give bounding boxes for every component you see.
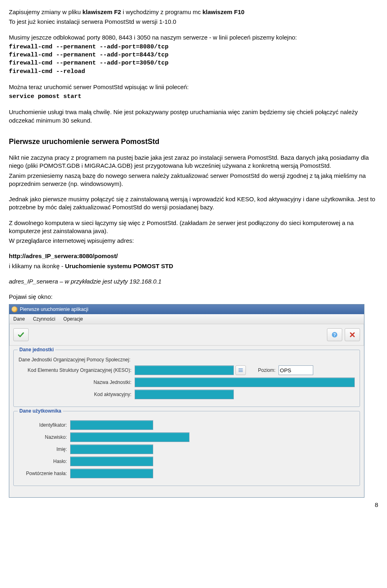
group-dane-uzytkownika: Dane użytkownika Identyfikator: Nazwisko… [13, 411, 360, 486]
text: Nikt nie zaczyna pracy z programem na pu… [9, 154, 378, 170]
text-bold: klawiszem F2 [83, 8, 121, 15]
list-icon [238, 367, 243, 373]
label-powtorzenie: Powtórzenie hasła: [19, 470, 67, 477]
row-keso: Kod Elementu Struktury Organizacyjnej (K… [19, 365, 355, 375]
powtorzenie-input[interactable] [70, 469, 153, 478]
keso-input[interactable] [135, 365, 234, 375]
paragraph-service-start: Można teraz uruchomić serwer PomostStd w… [9, 83, 378, 101]
group-legend: Dane użytkownika [18, 408, 63, 414]
titlebar: Pierwsze uruchomienie aplikacji [9, 304, 364, 314]
group-description: Dane Jednostki Organizacyjnej Pomocy Spo… [19, 357, 355, 363]
group-dane-jednostki: Dane jednostki Dane Jednostki Organizacy… [13, 350, 360, 407]
text: Zanim przeniesiemy naszą bazę do nowego … [9, 172, 378, 188]
row-nazwisko: Nazwisko: [19, 432, 355, 442]
text: i wychodzimy z programu mc [121, 8, 202, 15]
row-nazwa: Nazwa Jednostki: [19, 377, 355, 387]
help-icon: ? [331, 331, 338, 338]
paragraph-keso: Jednak jako pierwsze musimy połączyć się… [9, 195, 378, 212]
svg-rect-2 [239, 369, 243, 369]
code-line: service pomost start [9, 93, 378, 101]
label-imie: Imię: [19, 446, 67, 452]
label-nazwisko: Nazwisko: [19, 434, 67, 440]
content-area: Dane jednostki Dane Jednostki Organizacy… [9, 346, 364, 497]
text: Można teraz uruchomić serwer PomostStd w… [9, 83, 378, 91]
text: Z dowolnego komputera w sieci łączymy si… [9, 219, 378, 236]
code-line: firewall-cmd --reload [9, 68, 378, 76]
app-window: Pierwsze uruchomienie aplikacji Dane Czy… [9, 304, 364, 498]
label-haslo: Hasło: [19, 458, 67, 465]
group-legend: Dane jednostki [18, 346, 55, 353]
keso-lookup-button[interactable] [235, 365, 246, 375]
app-icon [12, 307, 17, 312]
text: Musimy jeszcze odblokować porty 8080, 84… [9, 33, 378, 42]
url-text: http://adres_IP_serwera:8080/pomost/ [9, 252, 378, 260]
label-nazwa: Nazwa Jednostki: [19, 379, 131, 386]
text-bold: klawiszem F10 [202, 8, 244, 15]
row-identyfikator: Identyfikator: [19, 420, 355, 430]
text-bold: Uruchomienie systemu POMOST STD [65, 263, 173, 269]
paragraph-wait: Uruchomienie usługi trwa małą chwilę. Ni… [9, 108, 378, 125]
nazwisko-input[interactable] [70, 432, 189, 442]
label-poziom: Poziom: [258, 367, 275, 373]
menu-czynnosci[interactable]: Czynności [33, 316, 55, 322]
text-italic: adres_IP_serwera – w przykładzie jest uż… [9, 277, 378, 286]
menubar: Dane Czynności Operacje [9, 314, 364, 324]
paragraph-firewall: Musimy jeszcze odblokować porty 8080, 84… [9, 33, 378, 76]
label-keso: Kod Elementu Struktury Organizacyjnej (K… [19, 367, 131, 373]
paragraph-save-exit: Zapisujemy zmiany w pliku klawiszem F2 i… [9, 8, 378, 26]
text: W przeglądarce internetowej wpisujemy ad… [9, 237, 378, 245]
code-line: firewall-cmd --permanent --add-port=3050… [9, 59, 378, 67]
row-imie: Imię: [19, 444, 355, 454]
text: Uruchomienie usługi trwa małą chwilę. Ni… [9, 108, 378, 125]
row-powtorzenie: Powtórzenie hasła: [19, 469, 355, 478]
section-heading: Pierwsze uruchomienie serwera PomostStd [9, 137, 378, 146]
haslo-input[interactable] [70, 457, 153, 466]
nazwa-input[interactable] [135, 377, 355, 387]
menu-operacje[interactable]: Operacje [63, 316, 83, 322]
menu-dane[interactable]: Dane [13, 316, 25, 322]
text: Zapisujemy zmiany w pliku [9, 8, 83, 15]
window-title: Pierwsze uruchomienie aplikacji [20, 306, 88, 313]
text: To jest już koniec instalacji serwera Po… [9, 18, 378, 26]
text: Jednak jako pierwsze musimy połączyć się… [9, 195, 378, 212]
row-kod: Kod aktywacyjny: [19, 390, 355, 399]
text: Pojawi się okno: [9, 293, 378, 301]
accept-button[interactable] [13, 328, 29, 341]
kod-input[interactable] [135, 390, 234, 399]
svg-rect-3 [239, 370, 243, 371]
svg-rect-4 [239, 371, 243, 372]
code-line: firewall-cmd --permanent --add-port=8080… [9, 43, 378, 51]
label-identyfikator: Identyfikator: [19, 422, 67, 428]
paragraph-connect: Z dowolnego komputera w sieci łączymy si… [9, 219, 378, 245]
page-number: 8 [9, 501, 378, 509]
label-kod: Kod aktywacyjny: [19, 391, 131, 398]
code-line: firewall-cmd --permanent --add-port=8443… [9, 51, 378, 59]
paragraph-db: Nikt nie zaczyna pracy z programem na pu… [9, 154, 378, 188]
svg-text:?: ? [333, 332, 336, 337]
imie-input[interactable] [70, 444, 153, 454]
row-haslo: Hasło: [19, 457, 355, 466]
poziom-input [279, 365, 313, 375]
text: i klikamy na ikonkę - [9, 263, 65, 269]
check-icon [17, 331, 25, 338]
identyfikator-input[interactable] [70, 420, 153, 430]
help-button[interactable]: ? [327, 328, 342, 341]
close-icon [349, 331, 356, 338]
cancel-button[interactable] [345, 328, 360, 341]
paragraph-url: http://adres_IP_serwera:8080/pomost/ i k… [9, 252, 378, 270]
toolbar: ? [9, 324, 364, 346]
